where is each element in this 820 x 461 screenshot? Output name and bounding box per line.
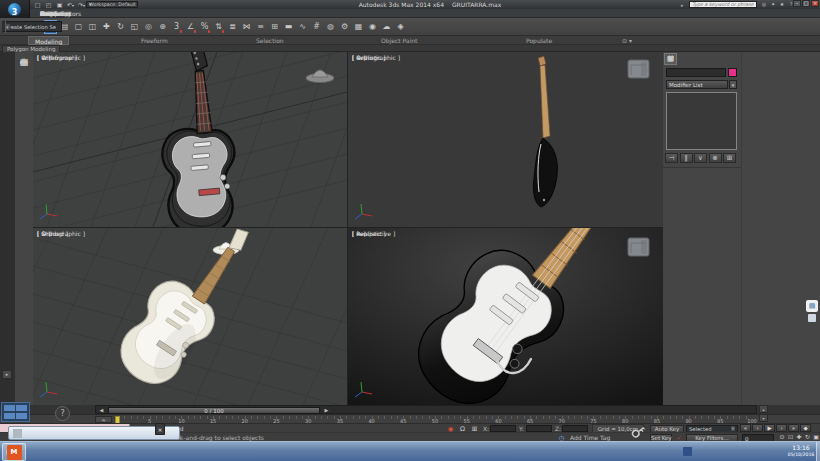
y-coordinate-field[interactable] — [526, 425, 552, 433]
render-production-icon[interactable]: ◉ — [366, 20, 379, 34]
select-and-move-icon[interactable]: ✚ — [100, 20, 113, 34]
infocenter-search-input[interactable] — [689, 1, 757, 8]
time-slider-track[interactable]: ◀ 0 / 100 ▶ — [95, 405, 757, 414]
taskbar-clock[interactable]: 13:16 05/10/2016 — [786, 444, 816, 460]
save-file-icon[interactable]: ▣ — [55, 1, 64, 9]
edit-named-selection-sets-icon[interactable]: ≣ — [226, 20, 239, 34]
previous-frame-arrow-icon[interactable]: ◀ — [97, 407, 106, 413]
viewport-menu-shading[interactable]: [ Realistic ] — [352, 230, 386, 237]
taskbar-m-app[interactable]: M — [2, 443, 26, 461]
redo-icon[interactable]: ↷▾ — [77, 1, 86, 9]
object-color-swatch[interactable] — [728, 68, 737, 77]
zoom-icon[interactable]: ⊙ — [778, 433, 786, 441]
render-setup-icon[interactable]: ⚙ — [338, 20, 351, 34]
z-coordinate-field[interactable] — [562, 425, 588, 433]
use-pivot-center-icon[interactable]: ◎ — [142, 20, 155, 34]
viewport-layout-tabs-button[interactable] — [1, 402, 30, 422]
tray-icon-8[interactable] — [683, 447, 692, 456]
go-to-end-button[interactable]: » — [788, 424, 799, 432]
key-mode-toggle-button[interactable]: ◆ — [800, 424, 811, 432]
previous-frame-button[interactable]: ‹ — [752, 424, 763, 432]
communication-center-icon[interactable]: ✦ — [769, 1, 777, 8]
rendered-frame-window-icon[interactable]: ▦ — [352, 20, 365, 34]
command-tab-utilities[interactable]: ⚒ — [664, 53, 677, 65]
spinner-snap-icon[interactable]: ⇅ — [212, 20, 225, 34]
add-time-tag[interactable]: Add Time Tag — [570, 434, 610, 441]
viewport-top-right[interactable]: [ + ] [ Orthographic ] [ Realistic ] — [348, 52, 663, 227]
viewport-bottom-left[interactable]: [ + ] [ Orthographic ] [ Shaded ] — [33, 228, 347, 405]
mirror-icon[interactable]: ⋈ — [240, 20, 253, 34]
render-in-cloud-icon[interactable]: ☁ — [380, 20, 393, 34]
open-file-icon[interactable]: ◰ — [44, 1, 53, 9]
configure-modifier-sets-button[interactable]: ⊞ — [723, 153, 736, 163]
render-iterative-icon[interactable]: ◈ — [394, 20, 407, 34]
remove-modifier-button[interactable]: ⊗ — [709, 153, 722, 163]
infocenter-toggle-icon[interactable]: ▸ — [681, 2, 687, 8]
viewport-canvas-realistic-side[interactable] — [348, 52, 663, 227]
modifier-stack-list[interactable] — [666, 92, 737, 150]
x-coordinate-field[interactable] — [490, 425, 516, 433]
viewcube[interactable] — [628, 60, 649, 78]
workspace-dropdown[interactable]: Workspace: Default ▾ — [86, 1, 138, 8]
viewport-top-left[interactable]: [ + ] [ Orthographic ] [ Wireframe ] — [33, 52, 347, 227]
material-editor-icon[interactable]: ◍ — [324, 20, 337, 34]
help-circle-icon[interactable]: ? — [55, 406, 70, 421]
select-and-scale-icon[interactable]: ◱ — [128, 20, 141, 34]
track-up-icon[interactable]: ▴ — [759, 405, 768, 413]
track-down-icon[interactable]: ▾ — [759, 414, 768, 422]
object-name-field[interactable] — [666, 68, 726, 77]
play-button[interactable]: ▶ — [764, 424, 775, 432]
next-frame-arrow-icon[interactable]: ▶ — [322, 407, 331, 413]
rectangular-selection-icon[interactable]: ▢ — [72, 20, 85, 34]
left-toolbar-icon-24[interactable]: ▦ — [17, 55, 31, 69]
3dsmax-application-menu-button[interactable]: 3 — [0, 0, 30, 18]
manage-layers-icon[interactable]: ⊞ — [268, 20, 281, 34]
ribbon-config-icon[interactable]: ⊙ ▾ — [622, 37, 640, 44]
viewport-canvas-wireframe[interactable] — [33, 52, 347, 227]
minimize-button[interactable]: – — [793, 0, 801, 7]
pin-stack-button[interactable]: ⊣ — [665, 153, 678, 163]
close-button[interactable]: × — [811, 0, 819, 7]
menu-help[interactable]: Help — [34, 10, 60, 17]
polygon-modeling-panel-tab[interactable]: Polygon Modeling — [2, 45, 60, 52]
viewcube[interactable] — [628, 238, 649, 256]
ribbon-tab-object-paint[interactable]: Object Paint — [375, 36, 423, 45]
window-crossing-icon[interactable]: ◫ — [86, 20, 99, 34]
ribbon-tab-modeling[interactable]: Modeling — [28, 36, 69, 45]
viewport-menu-shading[interactable]: [ Shaded ] — [37, 230, 68, 237]
modifier-list-dropdown[interactable]: Modifier List — [666, 80, 728, 89]
show-desktop-button[interactable] — [816, 442, 820, 461]
search-icon[interactable]: ◎ — [760, 1, 768, 8]
viewport-menu-shading[interactable]: [ Wireframe ] — [37, 54, 77, 61]
close-icon[interactable]: × — [155, 423, 165, 435]
chevron-down-icon[interactable]: ▾ — [729, 80, 737, 89]
viewport-canvas-shaded[interactable] — [33, 228, 347, 405]
snaps-toggle-icon[interactable]: 3 — [170, 20, 183, 34]
maximize-button[interactable]: □ — [802, 0, 810, 7]
schematic-view-icon[interactable]: # — [310, 20, 323, 34]
go-to-start-button[interactable]: « — [740, 424, 751, 432]
orbit-icon[interactable]: ↻ — [804, 433, 812, 441]
show-end-result-button[interactable]: ‖ — [680, 153, 693, 163]
pan-icon[interactable]: ✚ — [795, 433, 803, 441]
select-and-manipulate-icon[interactable]: ⊕ — [156, 20, 169, 34]
named-selection-sets-dropdown[interactable]: Create Selection Se▾ — [2, 21, 62, 32]
favorites-icon[interactable]: ★ — [778, 1, 786, 8]
curve-editor-icon[interactable]: ∿ — [296, 20, 309, 34]
graphite-ribbon-toggle-icon[interactable]: ▬ — [282, 20, 295, 34]
make-unique-button[interactable]: ∨ — [694, 153, 707, 163]
select-and-rotate-icon[interactable]: ↻ — [114, 20, 127, 34]
left-toolbar-expand-button[interactable]: ▸ — [2, 370, 12, 379]
ribbon-tab-populate[interactable]: Populate — [520, 36, 558, 45]
undo-icon[interactable]: ↶▾ — [66, 1, 75, 9]
floating-mini-toolbar[interactable]: × — [8, 426, 180, 440]
ribbon-tab-freeform[interactable]: Freeform — [135, 36, 174, 45]
viewport-menu-shading[interactable]: [ Realistic ] — [352, 54, 386, 61]
percent-snap-icon[interactable]: % — [198, 20, 211, 34]
align-icon[interactable]: ≡ — [254, 20, 267, 34]
viewport-canvas-perspective[interactable] — [348, 228, 663, 405]
new-scene-icon[interactable]: □ — [33, 1, 42, 9]
floating-shortcut-icon[interactable]: ▤ — [806, 300, 819, 324]
time-slider-handle[interactable]: 0 / 100 — [108, 407, 320, 414]
angle-snap-icon[interactable]: ∠ — [184, 20, 197, 34]
